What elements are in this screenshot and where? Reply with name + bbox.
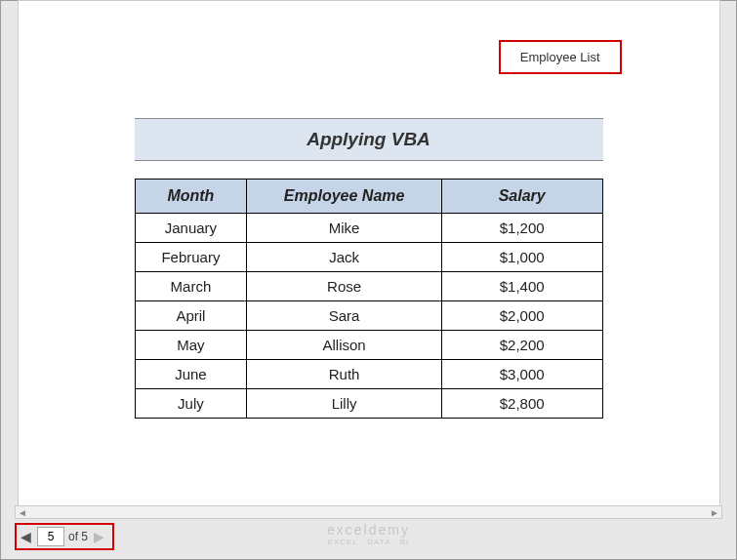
table-header-row: Month Employee Name Salary — [135, 180, 602, 214]
col-employee-name: Employee Name — [247, 180, 442, 214]
page-navigation: ◀ of 5 ▶ — [15, 523, 114, 550]
print-preview-page: Employee List Applying VBA Month Employe… — [18, 0, 720, 507]
horizontal-scrollbar[interactable]: ◄ ► — [15, 505, 722, 519]
table-row: April Sara $2,000 — [135, 301, 602, 331]
table-row: January Mike $1,200 — [135, 214, 602, 243]
col-month: Month — [135, 180, 247, 214]
table-row: July Lilly $2,800 — [135, 389, 602, 419]
table-row: March Rose $1,400 — [135, 272, 602, 301]
page-number-input[interactable] — [37, 527, 64, 546]
scroll-left-icon[interactable]: ◄ — [18, 507, 27, 518]
header-label: Employee List — [499, 40, 622, 74]
of-label: of 5 — [68, 530, 88, 543]
table-row: May Allison $2,200 — [135, 331, 602, 360]
table-row: February Jack $1,000 — [135, 243, 602, 272]
prev-page-icon[interactable]: ◀ — [19, 529, 33, 544]
watermark: exceldemy EXCEL · DATA · BI — [327, 522, 410, 546]
table-row: June Ruth $3,000 — [135, 360, 602, 389]
next-page-icon[interactable]: ▶ — [92, 529, 106, 544]
page-title: Applying VBA — [135, 118, 603, 161]
col-salary: Salary — [441, 180, 602, 214]
employee-table: Month Employee Name Salary January Mike … — [135, 179, 603, 419]
scroll-right-icon[interactable]: ► — [710, 507, 719, 518]
